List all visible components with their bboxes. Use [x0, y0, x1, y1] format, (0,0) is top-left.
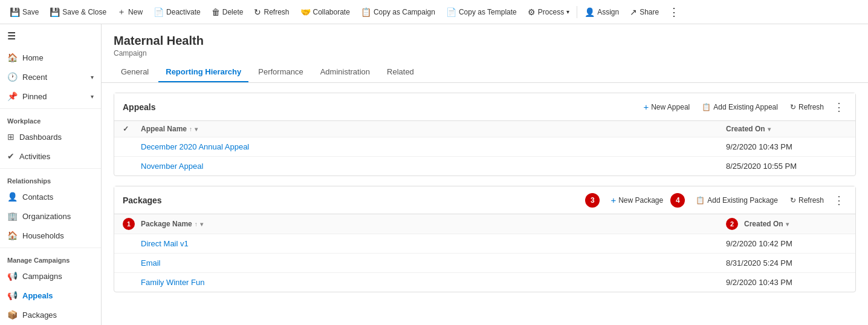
new-package-plus-icon: +: [611, 195, 616, 205]
share-icon: ↗: [630, 7, 637, 17]
page-title: Maternal Health: [114, 34, 856, 48]
badge-2: 2: [726, 218, 738, 230]
sidebar-item-activities[interactable]: ✔ Activities: [0, 146, 101, 166]
packages-date-col[interactable]: 2 Created On ▾: [726, 218, 847, 230]
refresh-appeals-button[interactable]: ↻ Refresh: [785, 100, 829, 114]
refresh-button-toolbar[interactable]: ↻ Refresh: [249, 5, 294, 19]
more-options-button[interactable]: ⋮: [665, 5, 683, 19]
delete-button[interactable]: 🗑 Delete: [207, 5, 248, 19]
toolbar-separator: [577, 6, 577, 18]
packages-check-col: 1: [123, 218, 141, 230]
badge-3: 3: [585, 193, 600, 208]
sidebar-item-campaigns[interactable]: 📢 Campaigns: [0, 266, 101, 286]
sidebar-divider-1: [0, 108, 101, 109]
new-package-button[interactable]: + New Package: [606, 192, 668, 208]
refresh-packages-icon: ↻: [790, 196, 796, 205]
page-header: Maternal Health Campaign: [102, 24, 868, 57]
add-existing-appeal-icon: 📋: [702, 103, 711, 111]
sidebar-item-recent[interactable]: 🕐 Recent ▾: [0, 67, 101, 87]
packages-more-button[interactable]: ⋮: [831, 194, 847, 207]
sidebar-item-home[interactable]: 🏠 Home: [0, 48, 101, 67]
new-icon: ＋: [117, 7, 126, 18]
add-existing-appeal-button[interactable]: 📋 Add Existing Appeal: [697, 100, 783, 114]
process-button[interactable]: ⚙ Process ▾: [523, 5, 574, 19]
tab-related[interactable]: Related: [380, 62, 421, 82]
pinned-chevron: ▾: [91, 93, 94, 100]
packages-row-3-date: 9/2/2020 10:43 PM: [726, 278, 847, 287]
packages-table-header: 1 Package Name ↑ ▾ 2 Created On ▾: [114, 214, 855, 234]
refresh-appeals-icon: ↻: [790, 103, 796, 111]
sidebar-item-contacts[interactable]: 👤 Contacts: [0, 187, 101, 206]
packages-row-1-name[interactable]: Direct Mail v1: [141, 239, 726, 248]
refresh-icon-toolbar: ↻: [254, 7, 261, 17]
appeals-table-header: ✓ Appeal Name ↑ ▾ Created On ▾: [114, 121, 855, 137]
hamburger-button[interactable]: ☰: [0, 24, 101, 48]
refresh-packages-button[interactable]: ↻ Refresh: [785, 194, 829, 207]
assign-icon: 👤: [585, 7, 595, 17]
collaborate-button[interactable]: 🤝 Collaborate: [296, 5, 355, 19]
manage-campaigns-label: Manage Campaigns: [0, 251, 101, 266]
save-button[interactable]: 💾 Save: [5, 5, 44, 19]
share-button[interactable]: ↗ Share: [625, 5, 664, 19]
campaigns-icon: 📢: [7, 271, 18, 281]
appeals-check-col: ✓: [123, 125, 141, 133]
appeals-sort-asc-icon: ↑: [189, 126, 192, 133]
pin-icon: 📌: [7, 91, 18, 101]
toolbar: 💾 Save 💾 Save & Close ＋ New 📄 Deactivate…: [0, 0, 868, 24]
appeals-row-1: December 2020 Annual Appeal 9/2/2020 10:…: [114, 137, 855, 157]
packages-date-sort-icon: ▾: [786, 221, 789, 228]
tab-performance[interactable]: Performance: [251, 62, 310, 82]
delete-icon: 🗑: [212, 7, 220, 17]
packages-section: Packages 3 + New Package 4 📋 Add Existin…: [114, 186, 856, 292]
appeals-row-1-date: 9/2/2020 10:43 PM: [726, 142, 847, 151]
activities-icon: ✔: [7, 151, 15, 161]
save-close-button[interactable]: 💾 Save & Close: [45, 5, 111, 19]
copy-campaign-icon: 📋: [361, 7, 371, 17]
new-appeal-button[interactable]: + New Appeal: [638, 99, 695, 114]
contacts-icon: 👤: [7, 192, 18, 202]
appeals-more-button[interactable]: ⋮: [831, 100, 847, 114]
new-button[interactable]: ＋ New: [112, 4, 147, 20]
appeals-row-2: November Appeal 8/25/2020 10:55 PM: [114, 157, 855, 176]
tab-reporting-hierarchy[interactable]: Reporting Hierarchy: [158, 62, 248, 82]
sidebar-item-households[interactable]: 🏠 Households: [0, 226, 101, 245]
appeals-row-2-date: 8/25/2020 10:55 PM: [726, 162, 847, 171]
appeals-name-col[interactable]: Appeal Name ↑ ▾: [141, 125, 726, 133]
badge-4: 4: [670, 193, 685, 208]
save-icon: 💾: [10, 7, 20, 17]
tab-administration[interactable]: Administration: [313, 62, 377, 82]
packages-name-col[interactable]: Package Name ↑ ▾: [141, 220, 726, 228]
add-existing-package-icon: 📋: [696, 196, 705, 205]
packages-section-title: Packages: [123, 195, 580, 205]
sidebar-item-packages[interactable]: 📦 Packages: [0, 305, 101, 324]
workplace-label: Workplace: [0, 111, 101, 127]
packages-row-2: Email 8/31/2020 5:24 PM: [114, 254, 855, 273]
packages-row-1-date: 9/2/2020 10:42 PM: [726, 239, 847, 248]
sidebar-item-dashboards[interactable]: ⊞ Dashboards: [0, 127, 101, 146]
copy-template-icon: 📄: [446, 7, 456, 17]
dashboards-icon: ⊞: [7, 132, 15, 142]
checkmark-icon: ✓: [123, 125, 129, 133]
home-icon: 🏠: [7, 53, 18, 62]
appeals-sort-desc-icon: ▾: [195, 126, 198, 133]
appeals-icon: 📢: [7, 291, 18, 300]
sidebar-item-appeals[interactable]: 📢 Appeals: [0, 286, 101, 305]
sidebar-item-pinned[interactable]: 📌 Pinned ▾: [0, 87, 101, 106]
assign-button[interactable]: 👤 Assign: [580, 5, 624, 19]
packages-section-header: Packages 3 + New Package 4 📋 Add Existin…: [114, 186, 855, 214]
deactivate-icon: 📄: [154, 7, 164, 17]
packages-row-2-date: 8/31/2020 5:24 PM: [726, 258, 847, 268]
sidebar-item-organizations[interactable]: 🏢 Organizations: [0, 206, 101, 226]
packages-row-3-name[interactable]: Family Winter Fun: [141, 278, 726, 287]
appeals-date-col[interactable]: Created On ▾: [726, 125, 847, 133]
deactivate-button[interactable]: 📄 Deactivate: [149, 5, 206, 19]
appeals-row-1-name[interactable]: December 2020 Annual Appeal: [141, 142, 726, 151]
content-area: Maternal Health Campaign General Reporti…: [102, 24, 868, 325]
copy-template-button[interactable]: 📄 Copy as Template: [441, 5, 522, 19]
process-chevron-icon: ▾: [566, 8, 569, 15]
add-existing-package-button[interactable]: 📋 Add Existing Package: [691, 194, 783, 207]
copy-campaign-button[interactable]: 📋 Copy as Campaign: [356, 5, 440, 19]
tab-general[interactable]: General: [114, 62, 156, 82]
packages-row-2-name[interactable]: Email: [141, 258, 726, 268]
appeals-row-2-name[interactable]: November Appeal: [141, 162, 726, 171]
